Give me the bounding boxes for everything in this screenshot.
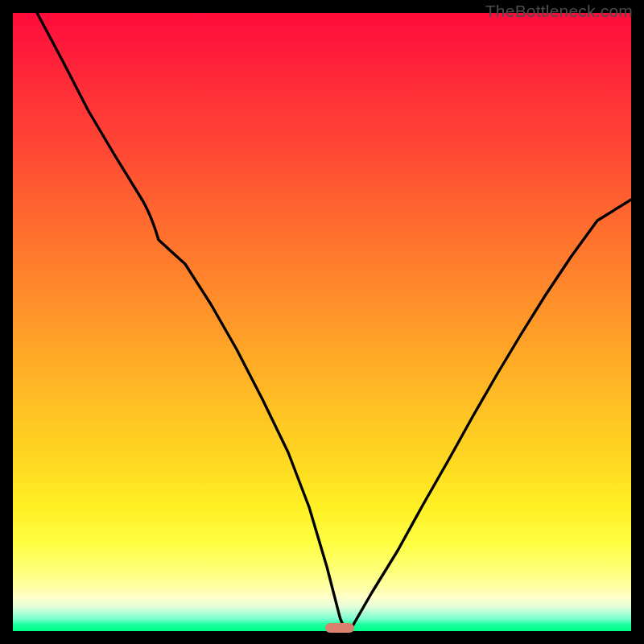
optimal-marker xyxy=(325,623,354,633)
plot-area xyxy=(13,13,631,631)
chart-frame: TheBottleneck.com xyxy=(0,0,644,644)
watermark-text: TheBottleneck.com xyxy=(485,2,633,21)
bottleneck-curve xyxy=(13,13,631,631)
bottleneck-curve-path xyxy=(37,13,631,629)
